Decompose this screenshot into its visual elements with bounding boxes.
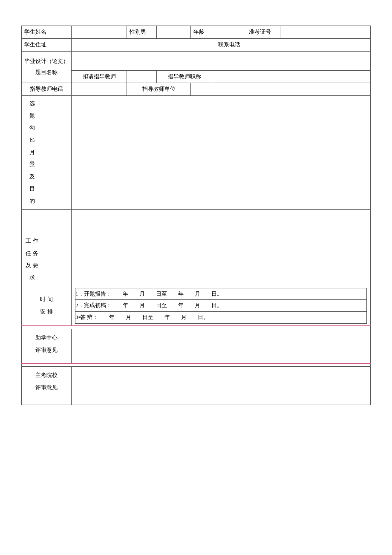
zhukao-value[interactable] [72, 367, 371, 405]
exam-id-label: 准考证号 [246, 26, 280, 39]
address-row: 学生住址 联系电话 [22, 38, 371, 51]
topic-background-label: 选题勾匕月景及目的 [22, 96, 72, 209]
supervisor-row: 拟请指导教师 指导教师职称 [22, 70, 371, 83]
schedule-item-2-text: 2．完成初稿： 年 月 日至 年 月 [75, 300, 367, 312]
thesis-title-value[interactable] [72, 51, 371, 70]
address-label: 学生住址 [22, 38, 72, 51]
schedule-item-3: 3•答 辩： 年 月 日至 年 月 [75, 312, 367, 324]
work-task-upper-value[interactable] [72, 209, 371, 252]
phone-value[interactable] [246, 38, 371, 51]
schedule-item-1-text: 1．开题报告： 年 月 日至 年 月 [75, 288, 367, 300]
supervisor-unit-value[interactable] [191, 83, 371, 96]
supervisor-contact-row: 指导教师电话 指导教师单位 [22, 83, 371, 96]
age-label: 年龄 [191, 26, 212, 39]
student-name-label: 学生姓名 [22, 26, 72, 39]
supervisor-phone-value[interactable] [72, 83, 127, 96]
pink-divider-2-cell [22, 363, 371, 367]
zhuxue-label: 助学中心 评审意见 [22, 329, 72, 363]
exam-id-value[interactable] [280, 26, 371, 39]
work-task-spacer-row: 工 作任 务及 要求 [22, 209, 371, 252]
supervisor-value[interactable] [127, 70, 157, 83]
supervisor-phone-label: 指导教师电话 [22, 83, 72, 96]
gender-value[interactable] [157, 26, 191, 39]
supervisor-title-label: 指导教师职称 [157, 70, 212, 83]
address-value[interactable] [72, 38, 212, 51]
thesis-title-label: 毕业设计（论文） 题目名称 [22, 51, 72, 83]
zhuxue-row: 助学中心 评审意见 [22, 329, 371, 363]
work-task-lower-row [22, 252, 371, 286]
page-container: 学生姓名 性别男 年龄 准考证号 学生住址 联系电话 [21, 26, 371, 405]
schedule-item-2: 2．完成初稿： 年 月 日至 年 月 [75, 300, 367, 312]
topic-background-value[interactable] [72, 96, 371, 209]
phone-label: 联系电话 [212, 38, 246, 51]
schedule-item-1: 1．开题报告： 年 月 日至 年 月 [75, 288, 367, 300]
schedule-item-3-text: 3•答 辩： 年 月 日至 年 月 [75, 312, 367, 324]
schedule-row: 时 间安 排 1．开题报告： 年 月 日至 [22, 286, 371, 326]
zhuxue-value[interactable] [72, 329, 371, 363]
age-value[interactable] [212, 26, 246, 39]
student-info-row: 学生姓名 性别男 年龄 准考证号 [22, 26, 371, 39]
work-task-label: 工 作任 务及 要求 [22, 209, 72, 286]
supervisor-unit-label: 指导教师单位 [127, 83, 191, 96]
pink-divider-2 [22, 363, 371, 367]
topic-background-row: 选题勾匕月景及目的 [22, 96, 371, 209]
zhukao-row: 主考院校 评审意见 [22, 367, 371, 405]
student-name-value[interactable] [72, 26, 127, 39]
work-task-lower-value[interactable] [72, 252, 371, 286]
zhukao-label: 主考院校 评审意见 [22, 367, 72, 405]
schedule-content: 1．开题报告： 年 月 日至 年 月 [72, 286, 371, 326]
pink-divider [22, 326, 371, 329]
pink-divider-cell [22, 326, 371, 329]
supervisor-title-value[interactable] [212, 70, 371, 83]
thesis-title-row: 毕业设计（论文） 题目名称 [22, 51, 371, 70]
main-form-table: 学生姓名 性别男 年龄 准考证号 学生住址 联系电话 [21, 26, 371, 405]
supervisor-label: 拟请指导教师 [72, 70, 127, 83]
gender-label: 性别男 [127, 26, 157, 39]
schedule-label: 时 间安 排 [22, 286, 72, 326]
